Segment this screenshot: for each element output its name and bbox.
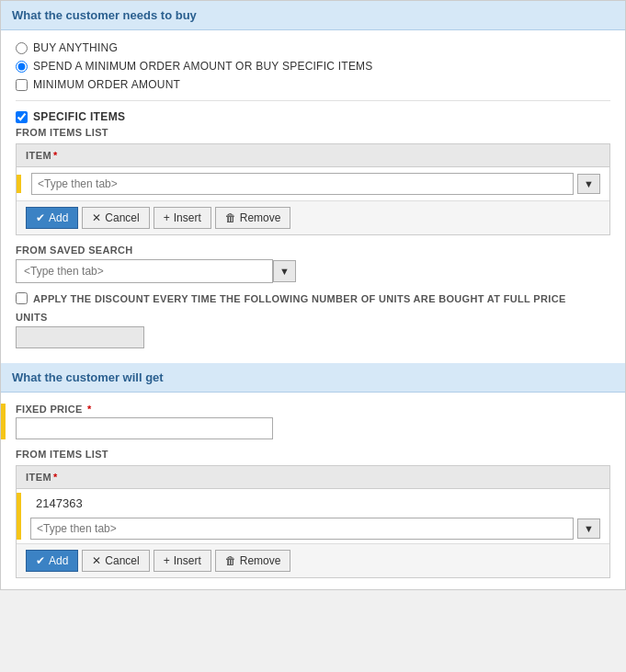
top-item-required-star: * [53,150,58,161]
from-saved-search-label: FROM SAVED SEARCH [16,245,610,256]
fixed-price-label: FIXED PRICE * [16,404,610,415]
top-yellow-indicator [17,175,21,193]
top-item-input-row: ▼ [26,173,600,195]
saved-search-dropdown-icon: ▼ [279,266,290,277]
minimum-order-label[interactable]: MINIMUM ORDER AMOUNT [33,78,180,91]
bottom-insert-button[interactable]: + Insert [154,550,211,572]
top-remove-trash-icon: 🗑 [225,211,236,224]
bottom-item-required-star: * [53,472,58,483]
top-remove-label: Remove [240,211,281,224]
specific-items-checkbox[interactable] [16,111,28,123]
bottom-item-dropdown-icon: ▼ [584,523,594,534]
bottom-item-dropdown-btn[interactable]: ▼ [577,518,600,539]
bottom-add-label: Add [49,554,68,567]
bottom-input-row: ▼ [30,518,600,540]
top-section-title: What the customer needs to buy [12,8,197,22]
saved-search-row: ▼ [16,259,610,283]
specific-items-label[interactable]: SPECIFIC ITEMS [33,110,125,123]
divider-1 [16,100,610,101]
spend-minimum-label[interactable]: SPEND A MINIMUM ORDER AMOUNT OR BUY SPEC… [33,60,373,73]
bottom-remove-label: Remove [240,554,281,567]
bottom-remove-button[interactable]: 🗑 Remove [215,550,291,572]
saved-search-dropdown-btn[interactable]: ▼ [273,260,296,282]
buy-anything-label[interactable]: BUY ANYTHING [33,41,118,54]
top-action-buttons: ✔ Add ✕ Cancel + Insert 🗑 Remove [17,200,609,234]
top-cancel-label: Cancel [105,211,139,224]
bottom-section: What the customer will get FIXED PRICE *… [1,363,625,589]
bottom-section-title: What the customer will get [12,370,164,384]
top-add-label: Add [49,211,68,224]
buy-anything-row: BUY ANYTHING [16,41,610,54]
bottom-cancel-button[interactable]: ✕ Cancel [82,550,149,572]
top-cancel-cross-icon: ✕ [92,211,101,224]
fixed-price-container: FIXED PRICE * [16,404,610,439]
top-item-dropdown-icon: ▼ [584,178,594,189]
fixed-price-required-star: * [85,404,92,415]
bottom-item-content: 2147363 ▼ [21,493,609,540]
bottom-add-check-icon: ✔ [36,554,45,567]
top-add-button[interactable]: ✔ Add [26,207,78,229]
bottom-insert-label: Insert [174,554,201,567]
spend-minimum-row: SPEND A MINIMUM ORDER AMOUNT OR BUY SPEC… [16,60,610,73]
bottom-item-inner: 2147363 ▼ [17,493,609,540]
fixed-price-text: FIXED PRICE [16,404,83,415]
specific-items-row: SPECIFIC ITEMS [16,110,610,123]
top-cancel-button[interactable]: ✕ Cancel [82,207,149,229]
top-item-table-header: ITEM* [17,144,609,167]
saved-search-input[interactable] [16,259,273,283]
bottom-action-buttons: ✔ Add ✕ Cancel + Insert 🗑 Remove [17,543,609,577]
minimum-order-checkbox[interactable] [16,79,28,91]
units-label: UNITS [16,312,610,323]
top-item-table-body: ▼ [17,167,609,200]
bottom-item-header-label: ITEM [26,472,51,483]
from-items-list-label-bottom: FROM ITEMS LIST [16,449,610,460]
top-insert-plus-icon: + [164,211,170,224]
fixed-price-yellow-bar [1,404,6,439]
top-section-header: What the customer needs to buy [1,1,625,30]
apply-discount-checkbox[interactable] [16,292,28,304]
from-saved-search-section: FROM SAVED SEARCH ▼ [16,245,610,283]
buy-anything-radio[interactable] [16,42,28,54]
top-item-dropdown-btn[interactable]: ▼ [577,174,600,194]
bottom-item-body: 2147363 ▼ [17,489,609,543]
fixed-price-input[interactable] [16,417,273,439]
bottom-cancel-cross-icon: ✕ [92,554,101,567]
from-items-list-label-top: FROM ITEMS LIST [16,127,610,138]
minimum-order-row: MINIMUM ORDER AMOUNT [16,78,610,91]
bottom-item-table: ITEM* 2147363 ▼ [16,465,610,578]
fixed-price-inner: FIXED PRICE * [16,404,610,439]
top-insert-label: Insert [174,211,201,224]
bottom-item-value: 2147363 [30,493,600,514]
spend-minimum-radio[interactable] [16,61,28,73]
bottom-item-input[interactable] [30,518,574,540]
bottom-section-header: What the customer will get [1,363,625,393]
apply-checkbox-row: APPLY THE DISCOUNT EVERY TIME THE FOLLOW… [16,292,610,306]
top-item-table: ITEM* ▼ ✔ Add [16,143,610,235]
apply-discount-label[interactable]: APPLY THE DISCOUNT EVERY TIME THE FOLLOW… [33,292,566,306]
bottom-insert-plus-icon: + [164,554,170,567]
top-item-input[interactable] [31,173,574,195]
bottom-remove-trash-icon: 🗑 [225,554,236,567]
top-remove-button[interactable]: 🗑 Remove [215,207,291,229]
bottom-cancel-label: Cancel [105,554,139,567]
top-insert-button[interactable]: + Insert [154,207,211,229]
units-input[interactable] [16,326,144,348]
bottom-add-button[interactable]: ✔ Add [26,550,78,572]
top-add-check-icon: ✔ [36,211,45,224]
bottom-item-table-header: ITEM* [17,466,609,489]
top-item-header-label: ITEM [26,150,51,161]
